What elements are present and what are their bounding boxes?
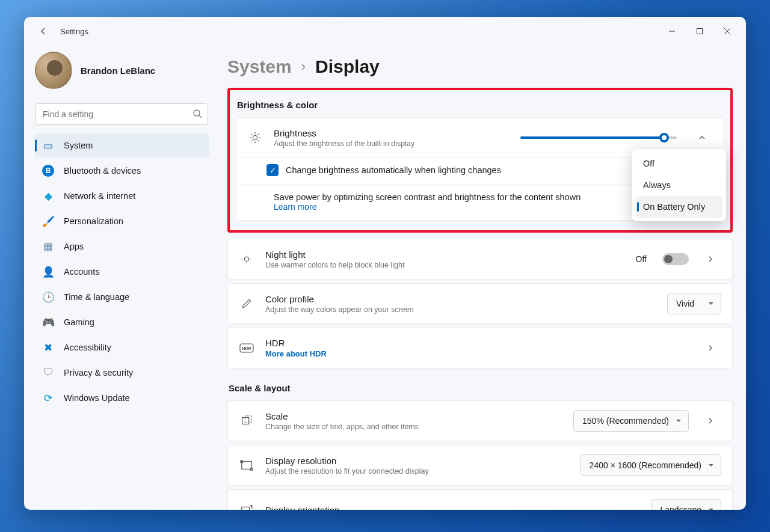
nav-accessibility[interactable]: ✖Accessibility <box>35 335 209 359</box>
pen-icon <box>239 296 254 311</box>
user-name: Brandon LeBlanc <box>81 66 155 76</box>
settings-window: Settings Brandon LeBlanc ▭System BBlueto… <box>24 17 746 510</box>
chevron-right-icon[interactable] <box>700 248 721 270</box>
clock-icon: 🕒 <box>42 291 54 303</box>
breadcrumb-current: Display <box>315 57 380 77</box>
auto-brightness-checkbox[interactable]: ✓ <box>266 164 279 176</box>
row-desc: Adjust the way colors appear on your scr… <box>265 305 656 314</box>
nav-label: Bluetooth & devices <box>64 166 141 176</box>
expand-button[interactable] <box>691 127 713 148</box>
scale-card[interactable]: Scale Change the size of text, apps, and… <box>227 400 733 441</box>
resolution-card[interactable]: Display resolution Adjust the resolution… <box>227 445 733 486</box>
row-title: Display resolution <box>265 456 570 466</box>
close-button[interactable] <box>713 19 741 43</box>
back-button[interactable] <box>31 19 55 43</box>
row-desc: Change the size of text, apps, and other… <box>265 423 562 431</box>
toggle-state: Off <box>636 254 647 264</box>
maximize-button[interactable] <box>686 19 713 43</box>
svg-rect-20 <box>242 418 249 424</box>
dropdown-option-battery[interactable]: On Battery Only <box>636 196 722 218</box>
titlebar: Settings <box>24 17 746 46</box>
search-input[interactable] <box>35 103 208 125</box>
update-icon: ⟳ <box>42 392 54 404</box>
nav-network[interactable]: ◆Network & internet <box>35 184 209 208</box>
nav-label: Personalization <box>64 216 123 226</box>
svg-line-3 <box>199 115 202 118</box>
svg-rect-22 <box>242 462 252 469</box>
hdr-card[interactable]: HDR HDR More about HDR <box>227 328 733 368</box>
nav-personalization[interactable]: 🖌️Personalization <box>35 209 209 233</box>
highlighted-section: Brightness & color Brightness Adjust the… <box>227 88 733 233</box>
nav-label: Accounts <box>64 267 100 277</box>
dropdown-option-off[interactable]: Off <box>636 153 722 174</box>
content-area: System › Display Brightness & color Brig… <box>217 46 746 510</box>
nav-label: Apps <box>64 242 84 251</box>
nav-list: ▭System BBluetooth & devices ◆Network & … <box>35 133 209 410</box>
apps-icon: ▦ <box>42 240 54 252</box>
accounts-icon: 👤 <box>42 266 54 278</box>
svg-point-4 <box>253 135 257 139</box>
section-title: Scale & layout <box>229 383 733 393</box>
brightness-dropdown: Off Always On Battery Only <box>632 149 726 221</box>
brightness-slider[interactable] <box>520 136 677 139</box>
save-power-text: Save power by optimizing screen contrast… <box>274 192 581 202</box>
nav-label: System <box>64 141 93 150</box>
nav-bluetooth[interactable]: BBluetooth & devices <box>35 159 209 183</box>
nav-label: Gaming <box>64 317 94 327</box>
night-light-card[interactable]: Night light Use warmer colors to help bl… <box>227 239 733 280</box>
scale-icon <box>239 413 254 429</box>
svg-rect-25 <box>242 507 250 510</box>
color-profile-card[interactable]: Color profile Adjust the way colors appe… <box>227 283 733 324</box>
avatar <box>35 52 72 89</box>
orientation-card[interactable]: Display orientation Landscape <box>227 489 733 510</box>
learn-more-link[interactable]: Learn more <box>274 202 317 212</box>
svg-rect-21 <box>245 416 251 423</box>
chevron-right-icon: › <box>301 59 306 75</box>
sidebar: Brandon LeBlanc ▭System BBluetooth & dev… <box>24 46 217 510</box>
search-container <box>35 103 208 125</box>
nav-time[interactable]: 🕒Time & language <box>35 285 209 309</box>
row-desc: Use warmer colors to help block blue lig… <box>265 261 625 269</box>
minimize-button[interactable] <box>658 19 686 43</box>
svg-point-13 <box>244 257 248 261</box>
chevron-right-icon[interactable] <box>700 337 721 359</box>
nav-update[interactable]: ⟳Windows Update <box>35 386 209 410</box>
nav-apps[interactable]: ▦Apps <box>35 234 209 258</box>
svg-line-9 <box>251 134 253 135</box>
section-title: Brightness & color <box>237 100 724 110</box>
row-title: Night light <box>265 249 625 260</box>
resolution-select[interactable]: 2400 × 1600 (Recommended) <box>581 454 721 476</box>
nav-label: Accessibility <box>64 343 111 352</box>
row-title: Brightness <box>274 128 510 138</box>
breadcrumb-parent[interactable]: System <box>227 57 292 77</box>
nav-accounts[interactable]: 👤Accounts <box>35 260 209 284</box>
orientation-select[interactable]: Landscape <box>651 499 721 510</box>
svg-text:HDR: HDR <box>242 346 251 350</box>
user-profile[interactable]: Brandon LeBlanc <box>35 52 212 89</box>
row-desc: Adjust the brightness of the built-in di… <box>274 139 510 148</box>
bluetooth-icon: B <box>42 165 54 177</box>
nav-system[interactable]: ▭System <box>35 133 209 157</box>
night-light-toggle[interactable] <box>662 253 689 265</box>
svg-line-11 <box>251 141 253 142</box>
breadcrumb: System › Display <box>227 57 733 77</box>
nav-label: Network & internet <box>64 191 135 201</box>
brush-icon: 🖌️ <box>42 215 54 227</box>
nav-privacy[interactable]: 🛡Privacy & security <box>35 361 209 385</box>
chevron-right-icon[interactable] <box>700 410 721 432</box>
svg-line-12 <box>258 134 259 135</box>
save-power-row: Save power by optimizing screen contrast… <box>236 185 724 220</box>
orientation-icon <box>239 502 254 510</box>
network-icon: ◆ <box>42 190 54 202</box>
dropdown-option-always[interactable]: Always <box>636 174 722 196</box>
svg-point-2 <box>194 110 200 116</box>
row-title: Color profile <box>265 294 656 304</box>
color-profile-select[interactable]: Vivid <box>667 293 721 314</box>
scale-select[interactable]: 150% (Recommended) <box>573 410 689 432</box>
nav-gaming[interactable]: 🎮Gaming <box>35 310 209 334</box>
nav-label: Windows Update <box>64 393 130 403</box>
hdr-link[interactable]: More about HDR <box>265 349 689 358</box>
svg-rect-1 <box>697 29 703 34</box>
svg-line-10 <box>258 141 259 142</box>
brightness-card: Brightness Adjust the brightness of the … <box>236 117 724 221</box>
